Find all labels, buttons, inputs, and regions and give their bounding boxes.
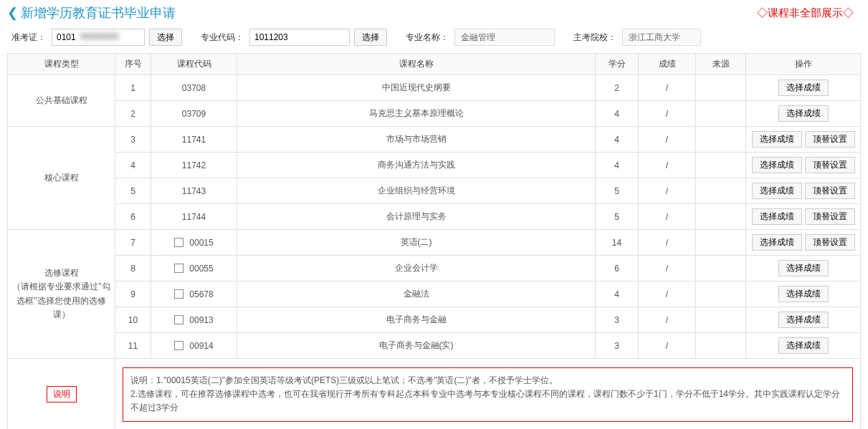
course-name-cell: 电子商务与金融 (237, 307, 596, 333)
select-score-button[interactable]: 选择成绩 (752, 234, 802, 251)
select-score-button[interactable]: 选择成绩 (778, 79, 829, 96)
table-row: 411742商务沟通方法与实践4/选择成绩顶替设置 (8, 153, 861, 178)
back-icon[interactable]: ❮ (7, 5, 18, 21)
select-score-button[interactable]: 选择成绩 (778, 286, 829, 302)
code-cell: 03708 (151, 75, 237, 101)
credit-cell: 5 (596, 204, 639, 230)
seq-cell: 3 (115, 127, 151, 153)
score-cell: / (639, 281, 696, 307)
credit-cell: 4 (596, 153, 639, 178)
code-cell: 00913 (151, 307, 237, 333)
op-cell: 选择成绩顶替设置 (746, 153, 861, 178)
exam-id-masked: 00000000 (80, 32, 118, 42)
code-cell: 11742 (151, 153, 237, 178)
seq-cell: 8 (115, 256, 151, 281)
select-score-button[interactable]: 选择成绩 (778, 105, 829, 122)
code-cell: 11741 (151, 127, 237, 153)
source-cell (696, 153, 746, 178)
description-label: 说明 (47, 386, 77, 403)
exam-id-label: 准考证： (11, 32, 46, 44)
table-row: 核心课程311741市场与市场营销4/选择成绩顶替设置 (8, 127, 861, 153)
major-name-value: 金融管理 (454, 29, 555, 46)
course-checkbox[interactable] (174, 264, 183, 273)
major-code-select-button[interactable]: 选择 (354, 29, 387, 46)
course-checkbox[interactable] (174, 341, 183, 350)
source-cell (696, 101, 746, 127)
warning-text: ◇课程非全部展示◇ (757, 6, 854, 20)
course-code: 00914 (189, 341, 213, 351)
seq-cell: 2 (115, 101, 151, 127)
op-cell: 选择成绩 (746, 333, 861, 359)
school-label: 主考院校： (573, 32, 616, 44)
score-cell: / (639, 178, 696, 204)
score-cell: / (639, 127, 696, 153)
major-name-label: 专业名称： (406, 32, 449, 44)
source-cell (696, 75, 746, 101)
source-cell (696, 307, 746, 333)
seq-cell: 9 (115, 281, 151, 307)
op-cell: 选择成绩 (746, 75, 861, 101)
seq-cell: 4 (115, 153, 151, 178)
credit-cell: 14 (596, 230, 639, 256)
code-cell: 00015 (151, 230, 237, 256)
credit-cell: 2 (596, 75, 639, 101)
replace-setting-button[interactable]: 顶替设置 (805, 157, 855, 173)
credit-cell: 4 (596, 281, 639, 307)
op-cell: 选择成绩顶替设置 (746, 204, 861, 230)
col-op: 操作 (746, 54, 861, 75)
major-code-input[interactable] (249, 29, 350, 46)
credit-cell: 4 (596, 101, 639, 127)
seq-cell: 11 (115, 333, 151, 359)
op-cell: 选择成绩顶替设置 (746, 127, 861, 153)
course-checkbox[interactable] (174, 315, 183, 324)
credit-cell: 3 (596, 307, 639, 333)
course-checkbox[interactable] (174, 238, 183, 247)
table-row: 1100914电子商务与金融(实)3/选择成绩 (8, 333, 861, 359)
select-score-button[interactable]: 选择成绩 (752, 131, 802, 148)
code-cell: 05678 (151, 281, 237, 307)
op-cell: 选择成绩 (746, 281, 861, 307)
select-score-button[interactable]: 选择成绩 (752, 208, 802, 225)
code-cell: 00914 (151, 333, 237, 359)
table-header-row: 课程类型 序号 课程代码 课程名称 学分 成绩 来源 操作 (8, 54, 861, 75)
major-code-label: 专业代码： (201, 32, 244, 44)
course-name-cell: 金融法 (237, 281, 596, 307)
select-score-button[interactable]: 选择成绩 (752, 183, 802, 199)
course-table: 课程类型 序号 课程代码 课程名称 学分 成绩 来源 操作 公共基础课程1037… (7, 53, 861, 429)
score-cell: / (639, 101, 696, 127)
source-cell (696, 178, 746, 204)
replace-setting-button[interactable]: 顶替设置 (805, 131, 855, 148)
replace-setting-button[interactable]: 顶替设置 (805, 208, 855, 225)
exam-id-select-button[interactable]: 选择 (149, 29, 182, 46)
select-score-button[interactable]: 选择成绩 (752, 157, 802, 173)
code-cell: 11743 (151, 178, 237, 204)
col-source: 来源 (696, 54, 746, 75)
course-name-cell: 中国近现代史纲要 (237, 75, 596, 101)
select-score-button[interactable]: 选择成绩 (778, 337, 829, 354)
score-cell: / (639, 75, 696, 101)
credit-cell: 6 (596, 256, 639, 281)
course-name-cell: 会计原理与实务 (237, 204, 596, 230)
table-row: 511743企业组织与经营环境5/选择成绩顶替设置 (8, 178, 861, 204)
course-name-cell: 马克思主义基本原理概论 (237, 101, 596, 127)
course-checkbox[interactable] (174, 289, 183, 299)
op-cell: 选择成绩顶替设置 (746, 230, 861, 256)
replace-setting-button[interactable]: 顶替设置 (805, 234, 855, 251)
course-code: 00015 (189, 238, 213, 248)
course-type-cell: 公共基础课程 (8, 75, 115, 127)
select-score-button[interactable]: 选择成绩 (778, 260, 829, 276)
course-type-cell: 核心课程 (8, 127, 115, 230)
table-row: 公共基础课程103708中国近现代史纲要2/选择成绩 (8, 75, 861, 101)
col-type: 课程类型 (8, 54, 115, 75)
filter-bar: 准考证： 00000000 选择 专业代码： 选择 专业名称： 金融管理 主考院… (0, 24, 868, 53)
page-title: 新增学历教育证书毕业申请 (21, 4, 176, 21)
source-cell (696, 204, 746, 230)
credit-cell: 4 (596, 127, 639, 153)
select-score-button[interactable]: 选择成绩 (778, 312, 829, 328)
seq-cell: 6 (115, 204, 151, 230)
course-name-cell: 电子商务与金融(实) (237, 333, 596, 359)
replace-setting-button[interactable]: 顶替设置 (805, 183, 855, 199)
source-cell (696, 281, 746, 307)
course-name-cell: 企业组织与经营环境 (237, 178, 596, 204)
col-score: 成绩 (639, 54, 696, 75)
